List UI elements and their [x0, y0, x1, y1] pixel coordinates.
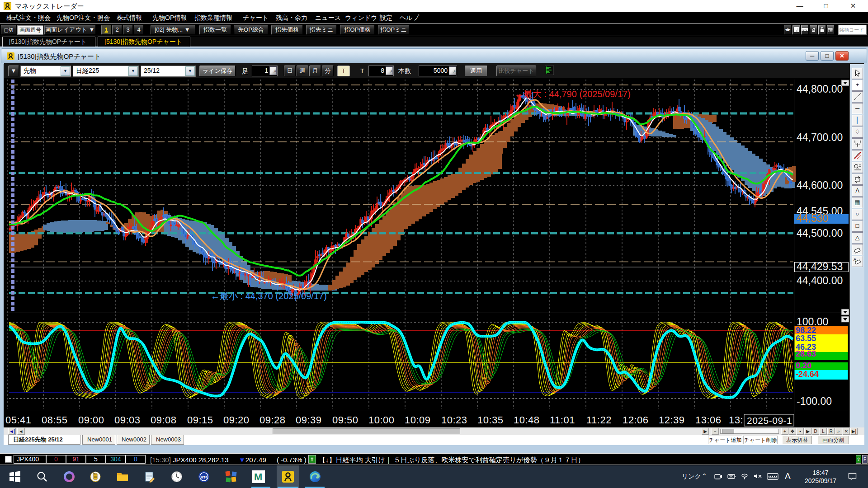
svg-text:44,429.53: 44,429.53: [797, 261, 843, 272]
svg-text:09:00: 09:00: [78, 414, 104, 426]
svg-text:12:39: 12:39: [659, 414, 685, 426]
svg-text:10:35: 10:35: [477, 414, 504, 426]
svg-text:←最大 : 44,790 (2025/09/17): ←最大 : 44,790 (2025/09/17): [514, 89, 631, 99]
svg-text:13:06: 13:06: [695, 414, 722, 426]
svg-text:44,700.00: 44,700.00: [797, 131, 843, 143]
svg-text:05:41: 05:41: [5, 414, 32, 426]
svg-text:10:00: 10:00: [368, 414, 395, 426]
svg-text:44,800.00: 44,800.00: [797, 83, 843, 95]
svg-text:11:22: 11:22: [586, 414, 612, 426]
svg-text:10:23: 10:23: [441, 414, 467, 426]
svg-text:0.20: 0.20: [796, 361, 811, 370]
svg-text:09:15: 09:15: [187, 414, 213, 426]
svg-text:09:03: 09:03: [114, 414, 141, 426]
svg-text:-100.00: -100.00: [797, 395, 832, 407]
svg-text:08:55: 08:55: [42, 414, 68, 426]
svg-text:10:48: 10:48: [514, 414, 540, 426]
svg-text:09:50: 09:50: [332, 414, 359, 426]
svg-text:44,530: 44,530: [797, 212, 828, 224]
svg-text:44,400.00: 44,400.00: [797, 275, 843, 286]
svg-text:09:39: 09:39: [296, 414, 322, 426]
svg-text:63.55: 63.55: [796, 334, 816, 343]
svg-text:12:06: 12:06: [623, 414, 649, 426]
svg-text:11:01: 11:01: [550, 414, 575, 426]
svg-text:←最小 : 44,370 (2025/09/17): ←最小 : 44,370 (2025/09/17): [211, 291, 327, 301]
svg-text:10:09: 10:09: [405, 414, 431, 426]
svg-text:28.63: 28.63: [796, 349, 816, 358]
svg-text:09:08: 09:08: [151, 414, 177, 426]
svg-text:09:28: 09:28: [259, 414, 286, 426]
svg-text:44,500.00: 44,500.00: [797, 227, 843, 239]
svg-text:MT4: MT4: [201, 475, 208, 479]
svg-text:-24.64: -24.64: [796, 370, 819, 379]
svg-text:98.22: 98.22: [796, 326, 816, 335]
svg-text:09:20: 09:20: [223, 414, 250, 426]
svg-text:A: A: [854, 257, 856, 262]
svg-text:2025-09-1: 2025-09-1: [747, 415, 792, 426]
svg-text:44,600.00: 44,600.00: [797, 179, 843, 191]
